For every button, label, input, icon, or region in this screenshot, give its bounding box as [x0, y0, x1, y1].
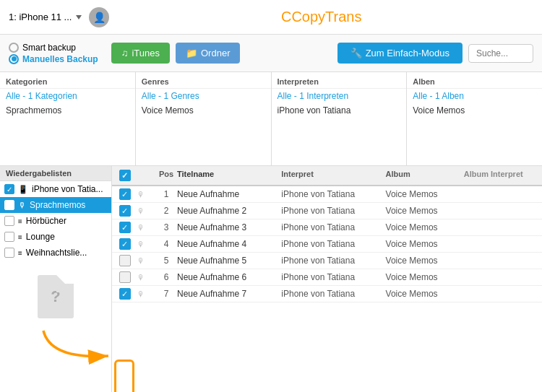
row-cb-0[interactable]: [112, 188, 137, 200]
table-row: 🎙 3 Neue Aufnahme 3 iPhone von Tatiana V…: [112, 219, 542, 236]
select-all-checkbox[interactable]: [119, 170, 131, 181]
genres-header: Genres: [136, 75, 271, 89]
toolbar: Smart backup Manuelles Backup ♫ iTunes 📁…: [0, 35, 542, 72]
row-album-6: Voice Memos: [386, 289, 464, 299]
smart-backup-radio[interactable]: [9, 43, 19, 53]
interpreten-iphone[interactable]: iPhone von Tatiana: [272, 103, 407, 118]
smart-backup-label: Smart backup: [22, 43, 76, 53]
row-pos-5: 6: [155, 272, 177, 282]
row-pos-6: 7: [155, 289, 177, 299]
row-album-2: Voice Memos: [386, 222, 464, 232]
row-album-0: Voice Memos: [386, 189, 464, 199]
sprachmemos-checkbox[interactable]: [4, 200, 14, 210]
row-interpret-2: iPhone von Tatiana: [281, 222, 385, 232]
row-cb-6[interactable]: [112, 288, 137, 300]
phone-icon: 📱: [18, 185, 28, 194]
row-checkbox-6[interactable]: [119, 288, 131, 300]
sidebar-item-lounge[interactable]: ≡ Lounge: [0, 229, 111, 245]
kategorien-sprachmemos[interactable]: Sprachmemos: [0, 103, 135, 118]
sidebar-item-sprachmemos[interactable]: 🎙 Sprachmemos: [0, 197, 111, 213]
row-type-0: 🎙: [137, 191, 155, 199]
row-interpret-0: iPhone von Tatiana: [281, 189, 385, 199]
row-title-4: Neue Aufnahme 5: [177, 256, 281, 266]
row-title-3: Neue Aufnahme 4: [177, 239, 281, 249]
row-interpret-3: iPhone von Tatiana: [281, 239, 385, 249]
row-checkbox-1[interactable]: [119, 205, 131, 217]
device-name: 1: iPhone 11 ...: [9, 12, 72, 22]
sidebar-item-horbücher[interactable]: ≡ Hörbücher: [0, 213, 111, 229]
main-area: Wiedergabelisten 📱 iPhone von Tatia... 🎙…: [0, 166, 542, 392]
table-row: 🎙 6 Neue Aufnahme 6 iPhone von Tatiana V…: [112, 269, 542, 286]
row-cb-5[interactable]: [112, 271, 137, 283]
row-interpret-5: iPhone von Tatiana: [281, 272, 385, 282]
row-checkbox-3[interactable]: [119, 238, 131, 250]
itunes-label: iTunes: [132, 48, 160, 58]
backup-mode-group: Smart backup Manuelles Backup: [9, 43, 98, 64]
manuelles-backup-option[interactable]: Manuelles Backup: [9, 54, 98, 64]
itunes-button[interactable]: ♫ iTunes: [111, 43, 170, 64]
avatar[interactable]: 👤: [89, 7, 109, 27]
einfach-label: Zum Einfach-Modus: [366, 48, 449, 58]
row-type-4: 🎙: [137, 257, 155, 265]
alben-col: Alben Alle - 1 Alben Voice Memos: [407, 72, 542, 165]
sidebar-weihnachtslie-label: Weihnachtslie...: [26, 248, 87, 258]
sidebar-sprachmemos-label: Sprachmemos: [30, 200, 85, 210]
weihnachtslie-checkbox[interactable]: [4, 248, 14, 258]
header-album: Album: [386, 170, 464, 181]
row-cb-1[interactable]: [112, 205, 137, 217]
row-checkbox-0[interactable]: [119, 188, 131, 200]
row-checkbox-5[interactable]: [119, 271, 131, 283]
header-album-interpret: Album Interpret: [464, 170, 542, 181]
alben-voicememos[interactable]: Voice Memos: [407, 103, 542, 118]
row-checkbox-2[interactable]: [119, 222, 131, 233]
sidebar-iphone-label: iPhone von Tatia...: [32, 184, 103, 194]
interpreten-col: Interpreten Alle - 1 Interpreten iPhone …: [272, 72, 408, 165]
header-type: [137, 170, 155, 181]
wrench-icon: 🔧: [350, 48, 362, 58]
wiedergabelisten-title: Wiedergabelisten: [0, 166, 111, 181]
row-type-2: 🎙: [137, 224, 155, 232]
row-pos-3: 4: [155, 239, 177, 249]
row-checkbox-4[interactable]: [119, 255, 131, 266]
sidebar-item-iphone[interactable]: 📱 iPhone von Tatia...: [0, 181, 111, 197]
kategorien-all[interactable]: Alle - 1 Kategorien: [0, 89, 135, 103]
row-interpret-4: iPhone von Tatiana: [281, 256, 385, 266]
lounge-checkbox[interactable]: [4, 232, 14, 242]
table-body: 🎙 1 Neue Aufnahme iPhone von Tatiana Voi…: [112, 186, 542, 392]
interpreten-all[interactable]: Alle - 1 Interpreten: [272, 89, 407, 103]
horbücher-icon: ≡: [18, 217, 22, 225]
app-logo: CCopyTrans: [281, 9, 362, 25]
row-cb-4[interactable]: [112, 255, 137, 266]
header-cb[interactable]: [112, 170, 137, 181]
row-album-3: Voice Memos: [386, 239, 464, 249]
sidebar-lounge-label: Lounge: [26, 232, 55, 242]
alben-header: Alben: [407, 75, 542, 89]
header-interpret: Interpret: [281, 170, 385, 181]
row-title-0: Neue Aufnahme: [177, 189, 281, 199]
smart-backup-option[interactable]: Smart backup: [9, 43, 98, 53]
row-title-6: Neue Aufnahme 7: [177, 289, 281, 299]
logo-text: CopyTrans: [291, 9, 361, 25]
iphone-checkbox[interactable]: [4, 184, 14, 194]
search-input[interactable]: [468, 44, 533, 63]
row-type-1: 🎙: [137, 207, 155, 215]
ordner-button[interactable]: 📁 Ordner: [176, 43, 240, 64]
row-title-1: Neue Aufnahme 2: [177, 206, 281, 216]
horbücher-checkbox[interactable]: [4, 216, 14, 226]
genres-all[interactable]: Alle - 1 Genres: [136, 89, 271, 103]
row-cb-2[interactable]: [112, 222, 137, 233]
genres-col: Genres Alle - 1 Genres Voice Memos: [136, 72, 272, 165]
mic-icon: 🎙: [18, 201, 26, 209]
table-row: 🎙 1 Neue Aufnahme iPhone von Tatiana Voi…: [112, 186, 542, 203]
device-selector[interactable]: 1: iPhone 11 ...: [9, 12, 82, 22]
einfach-modus-button[interactable]: 🔧 Zum Einfach-Modus: [337, 43, 463, 64]
row-cb-3[interactable]: [112, 238, 137, 250]
sidebar-item-weihnachtslie[interactable]: ≡ Weihnachtslie...: [0, 245, 111, 261]
ordner-label: Ordner: [201, 48, 230, 58]
row-type-6: 🎙: [137, 290, 155, 298]
kategorien-header: Kategorien: [0, 75, 135, 89]
table-row: 🎙 2 Neue Aufnahme 2 iPhone von Tatiana V…: [112, 203, 542, 219]
alben-all[interactable]: Alle - 1 Alben: [407, 89, 542, 103]
manuelles-backup-radio[interactable]: [9, 54, 19, 64]
genres-voicememos[interactable]: Voice Memos: [136, 103, 271, 118]
